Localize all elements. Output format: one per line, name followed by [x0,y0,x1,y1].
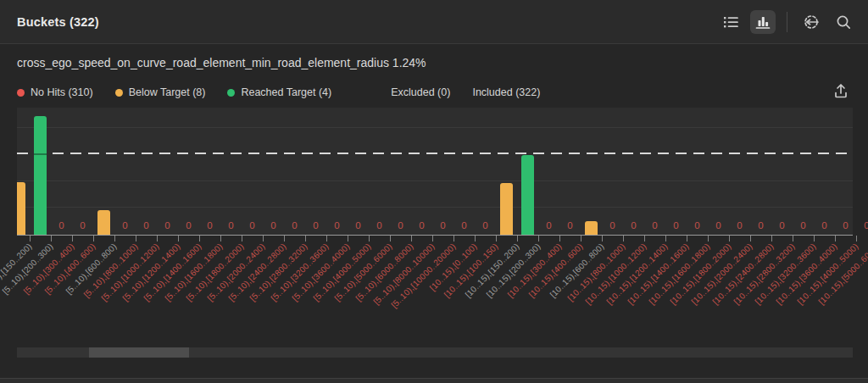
chart-bar[interactable] [500,183,513,235]
list-view-button[interactable] [718,10,743,34]
export-icon [832,82,849,103]
x-tick [199,236,200,241]
export-button[interactable] [829,81,853,103]
zero-count-label: 0 [539,219,559,231]
zero-count-label: 0 [221,219,242,231]
zero-count-label: 0 [624,219,644,231]
x-tick [432,236,433,241]
legend-item-below-target[interactable]: Below Target (8) [115,86,206,98]
x-tick [72,236,73,241]
x-axis-label: [10..15),[5000..6000) [743,241,868,380]
x-tick [453,236,454,241]
zero-count-label: 0 [687,219,708,231]
zero-count-label: 0 [52,219,72,231]
x-tick [623,236,624,241]
panel-header: Buckets (322) [0,0,868,44]
legend-item-no-hits[interactable]: No Hits (310) [17,86,93,98]
included-count: Included (322) [472,86,540,98]
zero-count-label: 0 [327,219,348,231]
zero-count-label: 0 [348,219,369,231]
zero-count-label: 0 [412,219,432,231]
search-icon [834,13,853,31]
x-tick [51,236,52,241]
zero-count-label: 0 [179,219,199,231]
x-tick [220,236,221,241]
zero-count-label: 0 [200,219,220,231]
zero-count-label: 0 [242,219,263,231]
chart-bar[interactable] [17,182,25,235]
view-toolbar [718,10,856,34]
metric-title-row: cross_ego_speed_on_curve_road_element_mi… [17,56,426,69]
search-button[interactable] [831,10,856,34]
metric-name: cross_ego_speed_on_curve_road_element_mi… [17,56,389,69]
zero-count-label: 0 [603,219,623,231]
x-tick [114,236,115,241]
zero-count-label: 0 [306,219,326,231]
zero-count-label: 0 [433,219,453,231]
chart-hscrollbar-handle[interactable] [89,347,189,358]
list-icon [721,13,740,31]
x-tick [687,236,687,241]
zero-count-label: 0 [560,219,581,231]
x-tick [242,236,242,241]
x-tick [93,236,94,241]
below-target-dot [115,89,123,97]
panel-title: Buckets (322) [17,15,99,29]
legend-item-reached-target[interactable]: Reached Target (4) [227,86,331,98]
x-tick [814,236,815,241]
x-tick [602,236,603,241]
chart-bar[interactable] [521,155,534,235]
x-tick [644,236,645,241]
zero-count-label: 0 [857,219,868,231]
x-tick [305,236,306,241]
toolbar-divider [787,12,787,32]
reset-button[interactable] [798,10,824,34]
zero-count-label: 0 [793,219,814,231]
zero-count-label: 0 [391,219,411,231]
panel-footer [0,378,868,383]
x-tick [835,236,836,241]
x-tick [856,236,857,241]
zero-count-label: 0 [476,219,496,231]
zero-count-label: 0 [751,219,771,231]
chart-hscrollbar-track[interactable] [17,347,853,358]
legend-row: No Hits (310) Below Target (8) Reached T… [17,83,853,102]
zero-count-label: 0 [370,219,390,231]
zero-count-label: 0 [645,219,665,231]
x-tick [793,236,793,241]
x-tick [263,236,264,241]
chart-bar[interactable] [585,221,598,235]
metric-percentage: 1.24% [392,56,426,69]
chart-bar[interactable] [97,210,110,235]
bars-layer [17,108,853,235]
excluded-count: Excluded (0) [391,86,450,98]
zero-count-label: 0 [666,219,687,231]
x-tick [665,236,666,241]
x-tick [771,236,772,241]
buckets-panel: Buckets (322) [0,0,868,383]
zero-count-label: 0 [264,219,284,231]
x-tick [136,236,136,241]
chart-bar[interactable] [34,116,47,235]
bucket-chart: [5..10),[150..200)[5..10),[200..300)0[5.… [0,108,868,347]
zero-count-label: 0 [73,219,93,231]
x-tick [284,236,285,241]
chart-view-button[interactable] [750,10,776,34]
target-line-notch [34,153,47,155]
x-tick [708,236,709,241]
x-tick [411,236,412,241]
below-target-label: Below Target (8) [129,86,206,98]
x-tick [729,236,730,241]
no-hits-dot [17,89,25,97]
zero-count-label: 0 [772,219,793,231]
zero-count-label: 0 [815,219,835,231]
x-tick [178,236,179,241]
zero-count-label: 0 [454,219,475,231]
x-tick [369,236,370,241]
zero-count-label: 0 [115,219,136,231]
x-tick [390,236,391,241]
x-tick [326,236,327,241]
no-hits-label: No Hits (310) [31,86,93,98]
zero-count-label: 0 [158,219,178,231]
reached-target-dot [227,89,235,97]
